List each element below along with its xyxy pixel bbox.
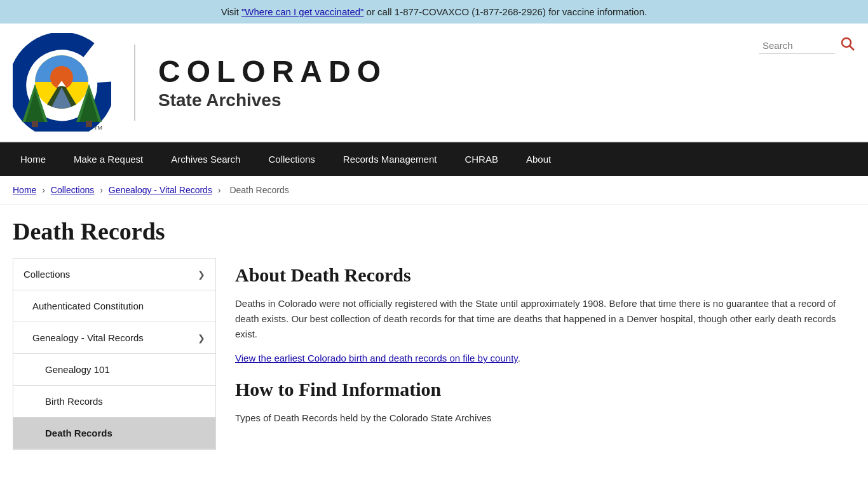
search-input[interactable] (759, 37, 835, 54)
sidebar-birth-label: Birth Records (45, 396, 103, 407)
nav-archives-search[interactable]: Archives Search (157, 142, 254, 176)
breadcrumb-current: Death Records (229, 185, 288, 195)
breadcrumb-sep-1: › (42, 185, 48, 195)
breadcrumb-collections[interactable]: Collections (51, 185, 94, 195)
search-button[interactable] (840, 36, 855, 55)
sidebar-death-label: Death Records (45, 428, 112, 438)
vaccine-banner: Visit "Where can I get vaccinated" or ca… (0, 0, 868, 24)
page-title-area: Death Records (0, 205, 868, 245)
sidebar-genealogy101-label: Genealogy 101 (45, 364, 110, 375)
page-title: Death Records (13, 217, 855, 245)
breadcrumb-genealogy[interactable]: Genealogy - Vital Records (109, 185, 212, 195)
sidebar-auth-label: Authenticated Constitution (32, 301, 144, 311)
section1-title: About Death Records (235, 264, 849, 286)
sidebar-collections-label: Collections (24, 269, 70, 280)
logo-divider (134, 44, 135, 121)
page-body: Collections ❯ Authenticated Constitution… (0, 245, 868, 463)
site-header: TM COLORADO State Archives (0, 24, 868, 142)
site-subtitle: State Archives (158, 90, 387, 111)
nav-make-request[interactable]: Make a Request (60, 142, 157, 176)
search-icon (840, 36, 855, 51)
breadcrumb: Home › Collections › Genealogy - Vital R… (0, 176, 868, 205)
section1-link[interactable]: View the earliest Colorado birth and dea… (235, 353, 518, 363)
main-content: About Death Records Deaths in Colorado w… (229, 258, 855, 450)
logo-area: TM COLORADO State Archives (13, 33, 387, 132)
sidebar-item-death-records[interactable]: Death Records (13, 417, 215, 449)
sidebar-item-genealogy101[interactable]: Genealogy 101 (13, 354, 215, 386)
search-area (759, 36, 855, 55)
section2-title: How to Find Information (235, 379, 849, 400)
breadcrumb-home[interactable]: Home (13, 185, 36, 195)
svg-text:TM: TM (94, 125, 102, 131)
vaccine-text-after: or call 1-877-COVAXCO (1-877-268-2926) f… (367, 6, 648, 17)
svg-rect-10 (32, 121, 38, 127)
chevron-down-icon: ❯ (198, 269, 205, 280)
sidebar-item-genealogy-vital[interactable]: Genealogy - Vital Records ❯ (13, 322, 215, 354)
breadcrumb-sep-2: › (100, 185, 105, 195)
sidebar-genealogy-label: Genealogy - Vital Records (32, 332, 144, 343)
site-name: COLORADO (158, 54, 387, 89)
vaccine-link[interactable]: "Where can I get vaccinated" (241, 6, 363, 17)
section1-text: Deaths in Colorado were not officially r… (235, 296, 849, 342)
sidebar-item-birth-records[interactable]: Birth Records (13, 386, 215, 417)
section2-text: Types of Death Records held by the Color… (235, 410, 849, 426)
nav-chrab[interactable]: CHRAB (451, 142, 512, 176)
sidebar-item-authenticated-constitution[interactable]: Authenticated Constitution (13, 290, 215, 322)
site-title: COLORADO State Archives (158, 54, 387, 111)
colorado-logo: TM (13, 33, 111, 132)
svg-line-16 (850, 46, 854, 50)
chevron-down-icon-2: ❯ (198, 333, 205, 343)
svg-point-15 (842, 38, 851, 47)
nav-home[interactable]: Home (6, 142, 60, 176)
section1-link-paragraph: View the earliest Colorado birth and dea… (235, 351, 849, 366)
breadcrumb-sep-3: › (218, 185, 224, 195)
sidebar-item-collections[interactable]: Collections ❯ (13, 259, 215, 290)
sidebar: Collections ❯ Authenticated Constitution… (13, 258, 216, 450)
nav-about[interactable]: About (512, 142, 565, 176)
nav-collections[interactable]: Collections (254, 142, 329, 176)
nav-records-management[interactable]: Records Management (329, 142, 451, 176)
vaccine-text-before: Visit (221, 6, 241, 17)
svg-rect-13 (86, 121, 92, 127)
main-nav: Home Make a Request Archives Search Coll… (0, 142, 868, 176)
